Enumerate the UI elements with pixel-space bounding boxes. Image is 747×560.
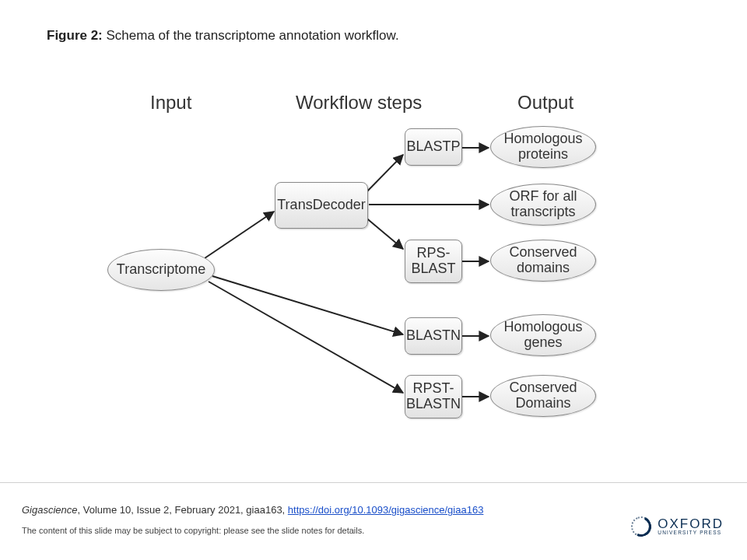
citation-journal: Gigascience	[22, 504, 78, 516]
node-homologous-genes: Homologous genes	[490, 314, 596, 356]
label-conserved-domains: Conserved domains	[509, 245, 577, 276]
label-conserved-domains-2: Conserved Domains	[509, 380, 577, 411]
svg-line-1	[212, 276, 403, 334]
figure-text: Schema of the transcriptome annotation w…	[103, 28, 399, 43]
label-homologous-proteins: Homologous proteins	[503, 131, 582, 163]
label-blastp: BLASTP	[406, 139, 460, 155]
header-input: Input	[150, 92, 191, 114]
label-rps-blast: RPS- BLAST	[411, 246, 455, 277]
svg-line-0	[205, 212, 274, 258]
figure-label: Figure 2:	[47, 28, 103, 43]
figure-caption: Figure 2: Schema of the transcriptome an…	[47, 28, 399, 44]
node-blastn: BLASTN	[405, 317, 462, 355]
copyright-note: The content of this slide may be subject…	[22, 526, 364, 535]
oxford-text: OXFORD UNIVERSITY PRESS	[658, 517, 724, 536]
oxford-sub: UNIVERSITY PRESS	[658, 530, 724, 536]
label-transcriptome: Transcriptome	[117, 262, 205, 278]
citation-rest: , Volume 10, Issue 2, February 2021, gia…	[78, 504, 288, 516]
node-rpst-blastn: RPST- BLASTN	[405, 375, 462, 418]
citation-line: Gigascience, Volume 10, Issue 2, Februar…	[22, 504, 483, 516]
node-rps-blast: RPS- BLAST	[405, 240, 462, 283]
footer-divider	[0, 482, 747, 483]
svg-line-2	[209, 282, 403, 393]
node-conserved-domains-2: Conserved Domains	[490, 375, 596, 417]
node-blastp: BLASTP	[405, 128, 462, 166]
label-blastn: BLASTN	[406, 328, 461, 344]
oxford-ring-icon	[629, 513, 654, 539]
label-homologous-genes: Homologous genes	[503, 320, 582, 351]
doi-link[interactable]: https://doi.org/10.1093/gigascience/giaa…	[288, 504, 484, 516]
svg-line-5	[364, 216, 403, 249]
node-homologous-proteins: Homologous proteins	[490, 126, 596, 168]
header-steps: Workflow steps	[296, 92, 422, 114]
node-orf: ORF for all transcripts	[490, 184, 596, 226]
diagram-arrows	[0, 0, 747, 560]
node-transcriptome: Transcriptome	[107, 249, 215, 291]
node-transdecoder: TransDecoder	[275, 182, 368, 229]
label-orf: ORF for all transcripts	[509, 189, 577, 220]
label-transdecoder: TransDecoder	[277, 198, 365, 213]
node-conserved-domains: Conserved domains	[490, 240, 596, 282]
svg-line-3	[364, 155, 403, 194]
header-output: Output	[517, 92, 573, 114]
oxford-name: OXFORD	[658, 517, 724, 530]
publisher-logo: OXFORD UNIVERSITY PRESS	[631, 516, 724, 537]
label-rpst-blastn: RPST- BLASTN	[406, 381, 461, 412]
